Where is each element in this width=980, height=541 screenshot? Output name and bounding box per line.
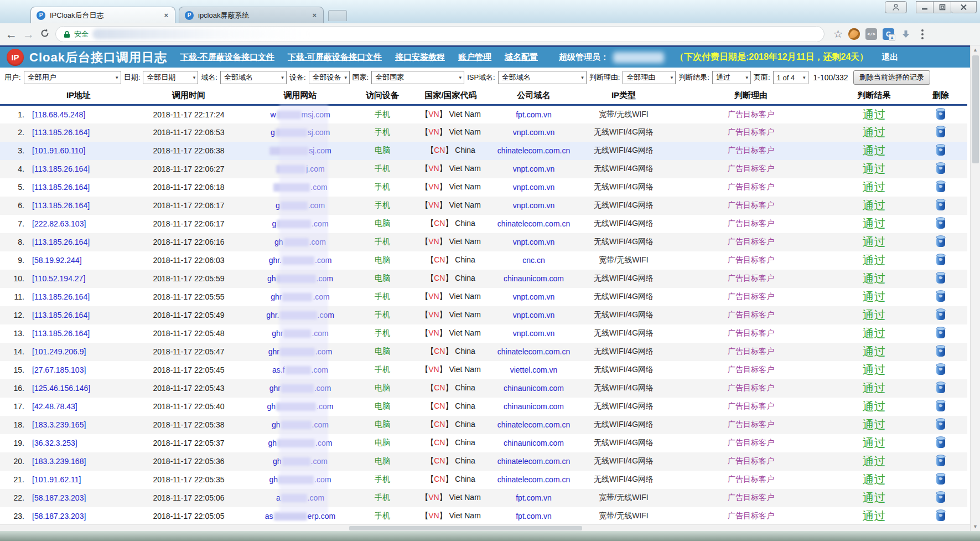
delete-row-button[interactable]	[935, 125, 946, 138]
table-row[interactable]: 18. [183.3.239.165] 2018-11-17 22:05:38 …	[0, 416, 967, 434]
table-row[interactable]: 12. [113.185.26.164] 2018-11-17 22:05:49…	[0, 306, 967, 324]
table-row[interactable]: 8. [113.185.26.164] 2018-11-17 22:06:16 …	[0, 233, 967, 251]
delete-row-button[interactable]	[935, 344, 946, 357]
tab-ipcloak-system[interactable]: P ipcloak屏蔽系统 ×	[179, 7, 324, 23]
table-row[interactable]: 13. [113.185.26.164] 2018-11-17 22:05:48…	[0, 324, 967, 343]
table-row[interactable]: 10. [110.52.194.27] 2018-11-17 22:05:59 …	[0, 270, 967, 288]
table-row[interactable]: 7. [222.82.63.103] 2018-11-17 22:06:17 g…	[0, 215, 967, 233]
table-row[interactable]: 6. [113.185.26.164] 2018-11-17 22:06:17 …	[0, 197, 967, 215]
table-row[interactable]: 16. [125.46.156.146] 2018-11-17 22:05:43…	[0, 379, 967, 398]
delete-row-button[interactable]	[935, 418, 946, 430]
browser-toolbar: ← → 安全 ☆ </> G	[0, 23, 980, 45]
scroll-up-arrow[interactable]: ▲	[971, 45, 980, 54]
col-header-device: 访问设备	[351, 87, 413, 105]
link-download-nonblock-file[interactable]: 下载-不屏蔽设备接口文件	[180, 52, 274, 63]
delete-row-button[interactable]	[935, 180, 946, 193]
ip-logo: IP	[7, 49, 24, 66]
cell-judge-reason: 广告目标客户	[668, 306, 834, 324]
cell-company-domain: vnpt.com.vn	[488, 306, 579, 324]
link-download-block-file[interactable]: 下载-可屏蔽设备接口文件	[288, 52, 382, 63]
filter-date-select[interactable]: 全部日期▾	[143, 71, 198, 84]
filter-result-select[interactable]: 通过▾	[712, 71, 751, 84]
delete-row-button[interactable]	[935, 253, 946, 266]
delete-row-button[interactable]	[935, 308, 946, 321]
cookie-extension-icon[interactable]	[848, 28, 860, 40]
table-row[interactable]: 21. [101.91.62.11] 2018-11-17 22:05:35 g…	[0, 471, 967, 489]
filter-device-select[interactable]: 全部设备▾	[309, 71, 350, 84]
table-row[interactable]: 22. [58.187.23.203] 2018-11-17 22:05:06 …	[0, 489, 967, 507]
delete-selected-button[interactable]: 删除当前选择的记录	[853, 70, 930, 85]
table-row[interactable]: 4. [113.185.26.164] 2018-11-17 22:06:27 …	[0, 160, 967, 178]
delete-row-button[interactable]	[935, 509, 946, 522]
link-account-management[interactable]: 账户管理	[458, 52, 491, 63]
table-row[interactable]: 5. [113.185.26.164] 2018-11-17 22:06:18 …	[0, 178, 967, 197]
back-button[interactable]: ←	[6, 28, 17, 40]
code-extension-icon[interactable]: </>	[865, 28, 877, 40]
download-icon[interactable]	[900, 28, 911, 40]
logout-link[interactable]: 退出	[882, 52, 898, 63]
filter-isp-select[interactable]: 全部域名▾	[498, 71, 587, 84]
translate-extension-icon[interactable]: G	[883, 28, 894, 40]
cell-country: 【CN】 China	[413, 434, 488, 452]
page-select[interactable]: 1 of 4▾	[773, 71, 808, 84]
delete-row-button[interactable]	[935, 162, 946, 174]
minimize-button[interactable]	[916, 1, 934, 13]
bookmark-star-icon[interactable]: ☆	[833, 28, 843, 40]
table-row[interactable]: 17. [42.48.78.43] 2018-11-17 22:05:40 gh…	[0, 398, 967, 416]
delete-row-button[interactable]	[935, 235, 946, 248]
delete-row-button[interactable]	[935, 217, 946, 229]
delete-row-button[interactable]	[935, 454, 946, 467]
delete-row-button[interactable]	[935, 143, 946, 156]
vertical-scrollbar[interactable]: ▲ ▼	[970, 45, 980, 531]
table-row[interactable]: 11. [113.185.26.164] 2018-11-17 22:05:55…	[0, 288, 967, 306]
table-row[interactable]: 9. [58.19.92.244] 2018-11-17 22:06:03 gh…	[0, 251, 967, 270]
close-button[interactable]	[951, 1, 977, 13]
table-row[interactable]: 19. [36.32.3.253] 2018-11-17 22:05:37 gh…	[0, 434, 967, 452]
table-row[interactable]: 2. [113.185.26.164] 2018-11-17 22:06:53 …	[0, 123, 967, 142]
address-bar[interactable]: 安全	[55, 26, 825, 42]
table-row[interactable]: 14. [101.249.206.9] 2018-11-17 22:05:47 …	[0, 343, 967, 361]
scroll-down-arrow[interactable]: ▼	[971, 522, 980, 531]
delete-row-button[interactable]	[935, 399, 946, 412]
delete-row-button[interactable]	[935, 363, 946, 375]
delete-row-button[interactable]	[935, 381, 946, 394]
filter-user-select[interactable]: 全部用户▾	[24, 71, 121, 84]
site-blur	[282, 293, 312, 301]
cell-ip-type: 宽带/无线WIFI	[579, 489, 668, 507]
horizontal-scrollbar[interactable]	[0, 524, 970, 531]
filter-domain-label: 域名:	[201, 73, 217, 83]
filter-country-select[interactable]: 全部国家▾	[371, 71, 464, 84]
table-row[interactable]: 3. [101.91.60.110] 2018-11-17 22:06:38 s…	[0, 142, 967, 160]
horizontal-scrollbar-thumb[interactable]	[349, 526, 582, 530]
delete-row-button[interactable]	[935, 290, 946, 302]
filter-domain-select[interactable]: 全部域名▾	[220, 71, 287, 84]
table-row[interactable]: 23. [58.187.23.203] 2018-11-17 22:05:05 …	[0, 507, 967, 525]
delete-row-button[interactable]	[935, 326, 946, 339]
delete-row-button[interactable]	[935, 271, 946, 284]
table-row[interactable]: 20. [183.3.239.168] 2018-11-17 22:05:36 …	[0, 452, 967, 471]
link-install-tutorial[interactable]: 接口安装教程	[395, 52, 445, 63]
profile-button[interactable]	[885, 1, 907, 13]
cell-row-number: 14.	[0, 343, 29, 361]
link-domain-config[interactable]: 域名配置	[505, 52, 538, 63]
delete-row-button[interactable]	[935, 472, 946, 485]
maximize-button[interactable]	[934, 1, 951, 13]
delete-row-button[interactable]	[935, 107, 946, 120]
vertical-scrollbar-thumb[interactable]	[972, 55, 979, 163]
cell-row-number: 15.	[0, 361, 29, 379]
browser-menu-icon[interactable]	[917, 28, 928, 40]
tab-close-icon[interactable]: ×	[311, 11, 318, 19]
table-row[interactable]: 1. [118.68.45.248] 2018-11-17 22:17:24 w…	[0, 105, 967, 123]
tab-ipcloak-log[interactable]: P IPCloak后台日志 ×	[30, 7, 175, 23]
delete-row-button[interactable]	[935, 436, 946, 449]
new-tab-button[interactable]	[328, 10, 347, 21]
site-blur	[281, 384, 314, 393]
table-row[interactable]: 15. [27.67.185.103] 2018-11-17 22:05:45 …	[0, 361, 967, 379]
cell-device: 电脑	[351, 142, 413, 160]
forward-button[interactable]: →	[23, 28, 34, 40]
delete-row-button[interactable]	[935, 198, 946, 211]
tab-close-icon[interactable]: ×	[163, 11, 169, 19]
filter-reason-select[interactable]: 全部理由▾	[623, 71, 676, 84]
delete-row-button[interactable]	[935, 491, 946, 503]
reload-button[interactable]	[40, 28, 50, 40]
